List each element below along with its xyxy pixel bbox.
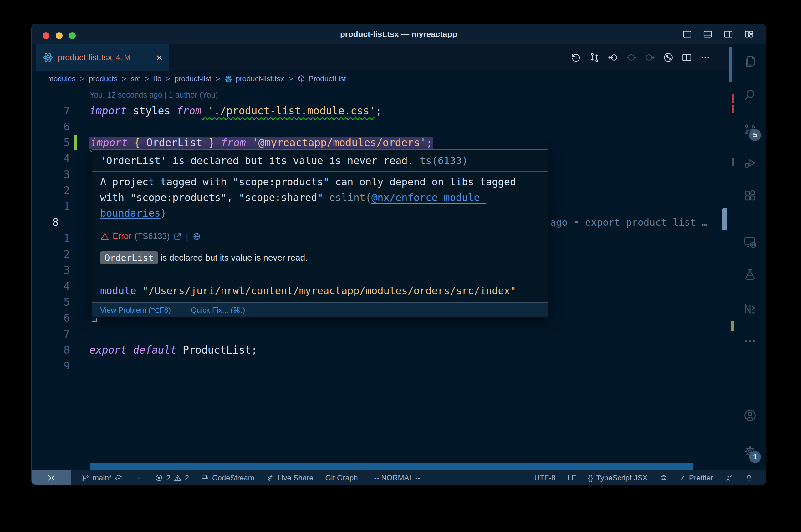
scrollbar-thumb[interactable] <box>723 208 727 230</box>
line-number: 7 <box>32 326 70 342</box>
module-keyword: module <box>100 284 136 298</box>
breadcrumb-lib[interactable]: lib <box>154 74 161 83</box>
prettier-status[interactable]: ✓ Prettier <box>679 474 713 482</box>
code-token: { <box>128 137 146 149</box>
search-icon[interactable] <box>743 88 757 102</box>
vim-mode-status[interactable]: -- NORMAL -- <box>374 474 420 482</box>
horizontal-scrollbar[interactable] <box>90 462 693 470</box>
code-token: styles <box>127 105 177 117</box>
git-branch-icon <box>81 474 90 482</box>
error-code: (TS6133) <box>134 232 170 241</box>
code-line[interactable]: 7 import styles from './product-list.mod… <box>32 103 734 119</box>
line-number: 5 <box>32 294 70 310</box>
person-check-icon <box>725 474 733 482</box>
toggle-sidebar-icon[interactable] <box>682 29 692 39</box>
more-views-icon[interactable] <box>743 334 757 348</box>
react-icon <box>42 52 53 63</box>
code-line[interactable]: 7 <box>32 326 734 342</box>
blame-row: You, 12 seconds ago | 1 author (You) <box>32 87 734 103</box>
ts-error-code: ts(6133) <box>420 154 468 168</box>
breadcrumb-product-list-folder[interactable]: product-list <box>175 74 211 83</box>
view-problem-button[interactable]: View Problem (⌥F8) <box>100 306 171 315</box>
remote-indicator[interactable] <box>32 470 71 485</box>
navigate-forward-icon[interactable] <box>644 52 655 63</box>
code-line[interactable]: 9 <box>32 358 734 374</box>
breadcrumb-modules[interactable]: modules <box>47 74 76 83</box>
eslint-rule-link[interactable]: boundaries <box>100 207 161 219</box>
quick-fix-button[interactable]: Quick Fix... (⌘.) <box>191 306 245 315</box>
tab-product-list[interactable]: product-list.tsx 4, M × <box>36 44 169 71</box>
live-share-status[interactable]: Live Share <box>266 474 313 482</box>
line-number: 8 <box>32 342 70 358</box>
navigate-dash-icon[interactable] <box>626 52 637 63</box>
react-icon <box>224 75 233 83</box>
code-line-highlighted[interactable]: 5 import { OrderList } from '@myreactapp… <box>32 135 734 151</box>
testing-beaker-icon[interactable] <box>743 268 757 281</box>
notifications-status[interactable] <box>745 474 753 482</box>
explorer-icon[interactable] <box>743 55 757 69</box>
account-icon[interactable] <box>743 408 757 422</box>
tooltip-resize-grip[interactable] <box>92 318 97 322</box>
code-token: './product-list.module.css' <box>201 105 376 117</box>
window-title: product-list.tsx — myreactapp <box>32 24 766 44</box>
code-token: export <box>90 344 127 356</box>
compare-changes-icon[interactable] <box>589 52 600 63</box>
source-control-badge: 5 <box>749 129 761 141</box>
navigate-back-icon[interactable] <box>608 52 618 63</box>
codestream-status[interactable]: CodeStream <box>201 474 254 482</box>
extensions-icon[interactable] <box>743 189 757 203</box>
codestream-label: CodeStream <box>212 474 254 482</box>
toggle-panel-icon[interactable] <box>703 29 713 39</box>
divider: | <box>186 232 188 241</box>
breadcrumb-products[interactable]: products <box>89 74 117 83</box>
code-line[interactable]: 6 <box>32 119 734 135</box>
module-quote: " <box>136 284 149 298</box>
open-external-icon[interactable] <box>173 232 182 241</box>
git-branch-status[interactable]: main* <box>81 474 123 482</box>
run-debug-icon[interactable] <box>743 156 757 170</box>
comment-bubbles-icon <box>201 474 209 482</box>
tab-bar: product-list.tsx 4, M × <box>32 44 766 71</box>
code-token: ; <box>251 344 257 356</box>
breadcrumb-file[interactable]: product-list.tsx <box>224 74 284 83</box>
split-editor-icon[interactable] <box>681 52 692 63</box>
line-number: 4 <box>32 278 70 294</box>
git-graph-label: Git Graph <box>325 474 358 482</box>
breadcrumb-symbol[interactable]: ProductList <box>297 74 346 83</box>
layout-controls <box>682 24 754 44</box>
more-actions-icon[interactable] <box>700 52 711 63</box>
error-circle-icon <box>155 474 163 482</box>
remote-explorer-icon[interactable] <box>743 235 757 249</box>
tab-close-icon[interactable]: × <box>156 52 162 63</box>
encoding-status[interactable]: UTF-8 <box>534 474 556 482</box>
git-commit-status[interactable] <box>135 474 143 482</box>
nx-console-icon[interactable] <box>743 302 757 316</box>
line-number: 7 <box>32 103 70 119</box>
cloud-upload-icon <box>115 474 123 482</box>
git-actions-icon[interactable] <box>663 52 674 63</box>
problems-status[interactable]: 2 2 <box>155 474 189 482</box>
breadcrumb: modules > products > src > lib > product… <box>32 71 734 87</box>
language-status[interactable]: {} TypeScript JSX <box>588 474 648 482</box>
timeline-icon[interactable] <box>571 52 581 63</box>
customize-layout-icon[interactable] <box>744 29 754 39</box>
settings-badge: 1 <box>749 451 761 463</box>
status-bar: main* 2 2 CodeStream Live Share Git <box>32 470 766 485</box>
code-token: from <box>177 105 201 117</box>
accounts-status[interactable] <box>725 474 733 482</box>
eol-status[interactable]: LF <box>567 474 576 482</box>
breadcrumb-separator: > <box>211 74 224 83</box>
symbol-badge: OrderList <box>100 251 158 264</box>
module-path: /Users/juri/nrwl/content/myreactapp/modu… <box>148 284 516 298</box>
git-graph-status[interactable]: Git Graph <box>325 474 358 482</box>
breadcrumb-separator: > <box>161 74 175 83</box>
inline-blame-annotation: ago • export product list … <box>550 214 708 230</box>
line-number: 9 <box>32 358 70 374</box>
eslint-rule-link[interactable]: @nx/enforce-module- <box>371 192 486 204</box>
globe-icon[interactable] <box>193 232 201 241</box>
breadcrumb-src[interactable]: src <box>131 74 141 83</box>
current-line-number: 8 <box>52 214 58 230</box>
code-line[interactable]: 8 export default ProductList; <box>32 342 734 358</box>
copilot-status[interactable] <box>659 474 668 482</box>
toggle-secondary-sidebar-icon[interactable] <box>723 29 733 39</box>
